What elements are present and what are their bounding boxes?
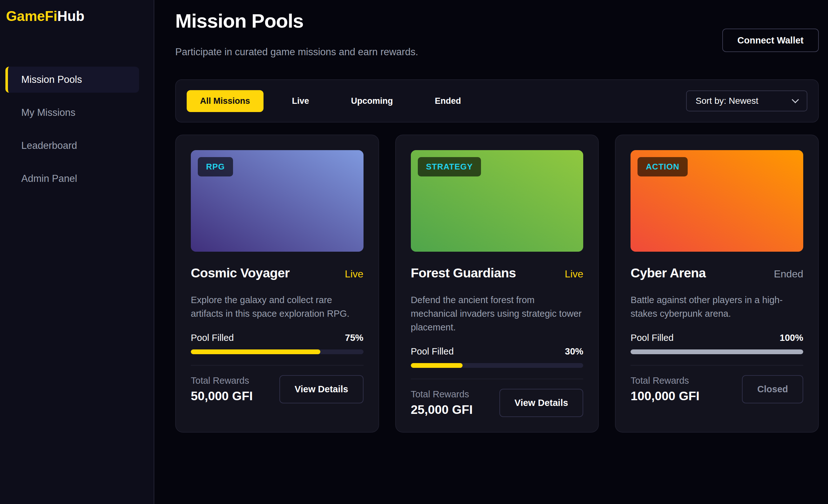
card-title-row: Forest Guardians Live	[411, 266, 584, 281]
progress-track	[630, 349, 803, 354]
sidebar-item-my-missions[interactable]: My Missions	[5, 100, 139, 126]
category-badge: ACTION	[637, 157, 688, 176]
pool-row: Pool Filled 75%	[191, 333, 364, 343]
rewards-block: Total Rewards 50,000 GFI	[191, 375, 253, 403]
filter-tab-live[interactable]: Live	[279, 90, 323, 112]
card-title-row: Cosmic Voyager Live	[191, 266, 364, 281]
category-badge: STRATEGY	[418, 157, 481, 176]
mission-title: Cyber Arena	[630, 266, 706, 281]
status-badge: Live	[345, 268, 364, 280]
rewards-block: Total Rewards 25,000 GFI	[411, 389, 473, 417]
pool-row: Pool Filled 100%	[630, 333, 803, 343]
sidebar-item-mission-pools[interactable]: Mission Pools	[5, 67, 139, 93]
category-badge: RPG	[198, 157, 233, 176]
pool-filled-label: Pool Filled	[191, 333, 234, 343]
total-rewards-amount: 50,000 GFI	[191, 389, 253, 403]
progress-fill	[630, 349, 803, 354]
page-header: Mission Pools Participate in curated gam…	[175, 10, 819, 58]
rewards-block: Total Rewards 100,000 GFI	[630, 375, 699, 403]
total-rewards-amount: 100,000 GFI	[630, 389, 699, 403]
card-title-row: Cyber Arena Ended	[630, 266, 803, 281]
card-footer: Total Rewards 50,000 GFI View Details	[191, 375, 364, 404]
pool-filled-percent: 75%	[345, 333, 364, 343]
pool-filled-label: Pool Filled	[411, 346, 454, 357]
sort-select-value: Sort by: Newest	[696, 96, 758, 106]
progress-track	[411, 363, 584, 368]
total-rewards-amount: 25,000 GFI	[411, 403, 473, 417]
brand-logo: GameFiHub	[5, 8, 139, 25]
mission-title: Cosmic Voyager	[191, 266, 290, 281]
page-subtitle: Participate in curated game missions and…	[175, 46, 418, 58]
card-footer: Total Rewards 100,000 GFI Closed	[630, 375, 803, 404]
total-rewards-label: Total Rewards	[630, 375, 699, 386]
sidebar-item-leaderboard[interactable]: Leaderboard	[5, 133, 139, 159]
sidebar-item-label: My Missions	[21, 107, 76, 118]
card-divider	[191, 365, 364, 366]
sidebar-item-label: Mission Pools	[21, 74, 82, 85]
view-details-button[interactable]: View Details	[499, 389, 584, 417]
mission-card-cosmic-voyager: RPG Cosmic Voyager Live Explore the gala…	[175, 135, 379, 432]
filter-tab-all-missions[interactable]: All Missions	[187, 90, 263, 112]
connect-wallet-button[interactable]: Connect Wallet	[722, 29, 819, 52]
mission-banner-image: RPG	[191, 150, 364, 252]
progress-fill	[411, 363, 463, 368]
pool-filled-percent: 30%	[565, 346, 583, 357]
total-rewards-label: Total Rewards	[411, 389, 473, 400]
card-divider	[411, 379, 584, 379]
page-header-text: Mission Pools Participate in curated gam…	[175, 10, 418, 58]
brand-logo-accent: GameFi	[6, 8, 57, 24]
brand-logo-rest: Hub	[57, 8, 84, 24]
filter-tabs: All Missions Live Upcoming Ended	[187, 90, 490, 112]
chevron-down-icon	[792, 96, 799, 103]
total-rewards-label: Total Rewards	[191, 375, 253, 386]
progress-track	[191, 349, 364, 354]
mission-card-forest-guardians: STRATEGY Forest Guardians Live Defend th…	[395, 135, 599, 432]
mission-description: Defend the ancient forest from mechanica…	[411, 293, 584, 334]
status-badge: Ended	[774, 268, 803, 280]
pool-filled-percent: 100%	[780, 333, 803, 343]
app-root: GameFiHub Mission Pools My Missions Lead…	[0, 0, 828, 504]
progress-fill	[191, 349, 320, 354]
sidebar-nav: Mission Pools My Missions Leaderboard Ad…	[5, 67, 139, 192]
filter-tab-ended[interactable]: Ended	[422, 90, 474, 112]
mission-title: Forest Guardians	[411, 266, 516, 281]
sort-select[interactable]: Sort by: Newest	[686, 90, 808, 112]
main-content: Mission Pools Participate in curated gam…	[154, 0, 828, 504]
mission-banner-image: ACTION	[630, 150, 803, 252]
pool-filled-label: Pool Filled	[630, 333, 673, 343]
sidebar-item-label: Leaderboard	[21, 140, 77, 152]
card-divider	[630, 365, 803, 366]
mission-description: Explore the galaxy and collect rare arti…	[191, 293, 364, 321]
filter-tab-upcoming[interactable]: Upcoming	[338, 90, 406, 112]
status-badge: Live	[565, 268, 584, 280]
mission-card-cyber-arena: ACTION Cyber Arena Ended Battle against …	[615, 135, 819, 432]
sidebar-item-admin-panel[interactable]: Admin Panel	[5, 166, 139, 192]
mission-description: Battle against other players in a high-s…	[630, 293, 803, 321]
sidebar: GameFiHub Mission Pools My Missions Lead…	[0, 0, 154, 504]
view-details-button[interactable]: View Details	[279, 375, 364, 404]
mission-cards-grid: RPG Cosmic Voyager Live Explore the gala…	[175, 135, 819, 432]
card-footer: Total Rewards 25,000 GFI View Details	[411, 389, 584, 417]
pool-row: Pool Filled 30%	[411, 346, 584, 357]
filter-bar: All Missions Live Upcoming Ended Sort by…	[175, 79, 819, 123]
mission-banner-image: STRATEGY	[411, 150, 584, 252]
page-title: Mission Pools	[175, 10, 418, 32]
closed-button[interactable]: Closed	[742, 375, 803, 404]
sidebar-item-label: Admin Panel	[21, 173, 77, 184]
